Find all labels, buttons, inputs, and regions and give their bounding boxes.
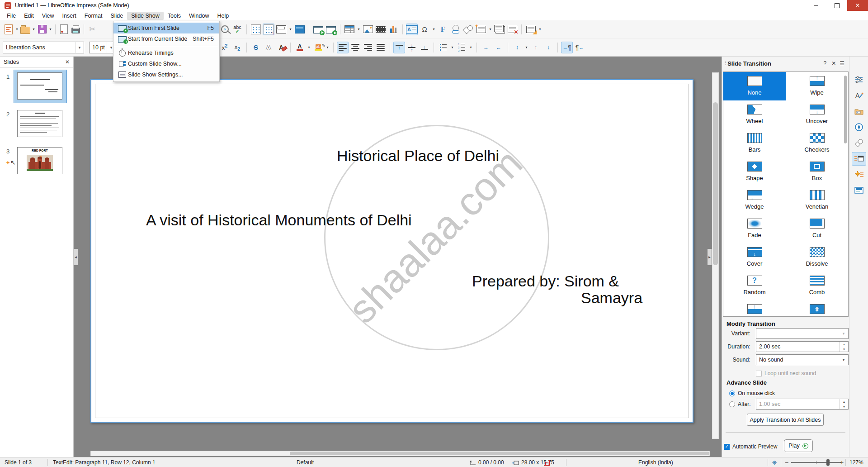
insert-text-box-button[interactable]: A xyxy=(406,24,418,35)
special-character-button[interactable]: Ω xyxy=(419,24,430,35)
new-slide-button[interactable]: ✦ xyxy=(475,24,487,35)
transition-box[interactable]: Box xyxy=(786,157,848,186)
transition-fade[interactable]: Fade xyxy=(723,214,786,243)
menu-help[interactable]: Help xyxy=(213,12,233,20)
fontwork-button[interactable]: F xyxy=(437,24,449,35)
snap-guides-button[interactable] xyxy=(275,24,287,35)
minimize-button[interactable]: ─ xyxy=(806,0,826,11)
transition-random[interactable]: Random xyxy=(723,272,786,300)
tab-properties[interactable] xyxy=(852,73,866,86)
save-dropdown[interactable]: ▾ xyxy=(48,27,53,31)
new-document-dropdown[interactable]: ▾ xyxy=(14,27,19,31)
horizontal-scrollbar-thumb[interactable] xyxy=(290,452,709,455)
ordered-list-dropdown[interactable]: ▾ xyxy=(468,45,473,49)
ordered-list-button[interactable]: 123 xyxy=(456,42,467,53)
zoom-slider[interactable] xyxy=(791,457,841,467)
slide-credit-line-2[interactable]: Samayra xyxy=(581,289,642,307)
unordered-list-dropdown[interactable]: ▾ xyxy=(450,45,455,49)
highlight-color-dropdown[interactable]: ▾ xyxy=(325,45,330,49)
font-color-button[interactable]: A xyxy=(294,42,306,53)
tab-gallery[interactable] xyxy=(852,105,866,118)
vertical-scrollbar-thumb[interactable] xyxy=(713,102,718,265)
strikethrough-button[interactable]: S xyxy=(250,42,262,53)
transition-shape[interactable]: Shape xyxy=(723,157,786,186)
start-from-current-slide-button[interactable] xyxy=(325,24,337,35)
tab-styles[interactable]: A xyxy=(852,89,866,102)
font-color-dropdown[interactable]: ▾ xyxy=(307,45,311,49)
hyperlink-button[interactable] xyxy=(450,24,462,35)
transition-wedge[interactable]: Wedge xyxy=(723,186,786,214)
loop-sound-checkbox[interactable] xyxy=(756,371,762,376)
after-radio[interactable] xyxy=(729,401,735,407)
align-right-button[interactable] xyxy=(362,42,374,53)
slide-properties-button[interactable] xyxy=(525,24,537,35)
subscript-button[interactable]: x2 xyxy=(231,42,243,53)
hide-sidebar-handle[interactable]: ► xyxy=(708,249,712,265)
font-name-combo[interactable]: Liberation Sans ▾ xyxy=(3,42,84,53)
transition-cut[interactable]: Cut xyxy=(786,214,848,243)
menu-item-rehearse-timings[interactable]: Rehearse Timings xyxy=(113,48,219,58)
transition-venetian[interactable]: Venetian xyxy=(786,186,848,214)
shapes-button[interactable] xyxy=(462,24,474,35)
font-size-combo[interactable]: 10 pt ▾ xyxy=(89,42,116,53)
menu-item-slide-show-settings[interactable]: Slide Show Settings... xyxy=(113,69,219,80)
maximize-button[interactable] xyxy=(826,0,847,11)
close-button[interactable]: ✕ xyxy=(847,0,868,11)
duration-spinner[interactable]: ▲▼ xyxy=(840,342,848,352)
slides-panel-close-icon[interactable]: ✕ xyxy=(65,59,70,65)
transition-list-scrollbar[interactable] xyxy=(844,76,847,143)
display-views-button[interactable] xyxy=(294,24,306,35)
vertical-scrollbar[interactable] xyxy=(712,72,719,439)
menu-window[interactable]: Window xyxy=(185,12,213,20)
slide-properties-dropdown[interactable]: ▾ xyxy=(538,27,542,31)
cut-button[interactable]: ✂ xyxy=(86,24,98,35)
panel-drag-handle[interactable]: ⁞⁞ xyxy=(725,61,726,66)
menu-file[interactable]: File xyxy=(3,12,20,20)
sidebar-menu-icon[interactable]: ☰ xyxy=(838,60,846,67)
display-grid-button[interactable] xyxy=(250,24,262,35)
zoom-out-button[interactable]: − xyxy=(785,457,788,467)
zoom-slider-thumb[interactable] xyxy=(826,459,830,466)
menu-slide-show[interactable]: Slide Show xyxy=(127,12,164,20)
special-character-dropdown[interactable]: ▾ xyxy=(431,27,436,31)
center-vertically-button[interactable]: ↓↑ xyxy=(406,42,418,53)
unordered-list-button[interactable] xyxy=(437,42,449,53)
menu-slide[interactable]: Slide xyxy=(106,12,127,20)
insert-table-button[interactable] xyxy=(344,24,355,35)
panel-close-icon[interactable]: ✕ xyxy=(830,60,838,67)
new-document-button[interactable] xyxy=(3,24,14,35)
insert-chart-button[interactable] xyxy=(387,24,399,35)
menu-edit[interactable]: Edit xyxy=(20,12,38,20)
superscript-button[interactable]: x2 xyxy=(219,42,231,53)
tab-master-slides[interactable] xyxy=(852,184,866,197)
slide-3-thumbnail[interactable]: RED FORT xyxy=(17,147,62,174)
increase-indent-button[interactable]: → xyxy=(480,42,492,53)
transition-dissolve[interactable]: Dissolve xyxy=(786,243,848,272)
menu-tools[interactable]: Tools xyxy=(164,12,185,20)
menu-item-custom-slide-show[interactable]: Custom Slide Show... xyxy=(113,58,219,69)
spelling-button[interactable]: abc✓ xyxy=(231,24,243,35)
new-slide-dropdown[interactable]: ▾ xyxy=(488,27,493,31)
menu-format[interactable]: Format xyxy=(80,12,107,20)
fit-slide-button[interactable]: ⁜ xyxy=(771,457,778,467)
zoom-level-status[interactable]: 127% xyxy=(849,457,863,467)
transition-none[interactable]: None xyxy=(723,72,786,100)
align-bottom-button[interactable]: ↓ xyxy=(419,42,430,53)
transition-wipe[interactable]: Wipe xyxy=(786,72,848,100)
font-name-dropdown-icon[interactable]: ▾ xyxy=(75,42,84,53)
line-spacing-dropdown[interactable]: ▾ xyxy=(524,45,529,49)
line-spacing-button[interactable]: ↕ xyxy=(511,42,523,53)
master-slide-status[interactable]: Default xyxy=(297,457,314,467)
insert-image-button[interactable] xyxy=(362,24,374,35)
align-left-button[interactable] xyxy=(337,42,349,53)
after-input[interactable]: 1.00 sec ▲▼ xyxy=(756,399,849,410)
open-dropdown[interactable]: ▾ xyxy=(31,27,36,31)
tab-navigator[interactable] xyxy=(852,120,866,134)
transition-bars[interactable]: Bars xyxy=(723,129,786,157)
start-from-first-slide-button[interactable] xyxy=(312,24,324,35)
transition-comb[interactable]: Comb xyxy=(786,272,848,300)
on-mouse-click-radio[interactable] xyxy=(729,391,735,396)
right-to-left-button[interactable]: ¶← xyxy=(574,42,585,53)
slide-title-text[interactable]: Historical Place of Delhi xyxy=(337,147,499,165)
tab-animation[interactable] xyxy=(852,168,866,181)
